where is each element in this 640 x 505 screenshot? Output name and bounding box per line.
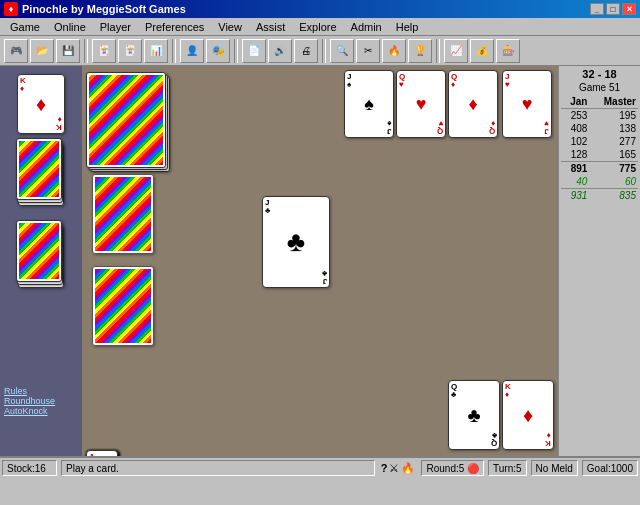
- app-icon: ♦: [4, 2, 18, 16]
- meld-display: No Meld: [531, 460, 578, 476]
- score-r3-v1: 102: [561, 135, 589, 148]
- toolbar-btn-1[interactable]: 🎮: [4, 39, 28, 63]
- opponent-card-4: J♥ ♥ J♥: [502, 70, 552, 138]
- rules-label[interactable]: Rules: [4, 386, 55, 396]
- main-area: K♦ ♦ K♦ Rules Roundhouse AutoKnock: [0, 66, 640, 456]
- toolbar-btn-9[interactable]: 📄: [242, 39, 266, 63]
- left-back-2: [92, 266, 154, 346]
- menu-preferences[interactable]: Preferences: [139, 20, 210, 34]
- menu-player[interactable]: Player: [94, 20, 137, 34]
- toolbar-sep-4: [322, 39, 326, 63]
- toolbar-btn-3[interactable]: 💾: [56, 39, 80, 63]
- sword-icon[interactable]: ⚔: [389, 462, 399, 475]
- meld-card-2: K♦ ♦ K♦: [502, 380, 554, 450]
- score-r4-v1: 128: [561, 148, 589, 162]
- toolbar-sep-3: [234, 39, 238, 63]
- score-r3-v2: 277: [589, 135, 638, 148]
- roundhouse-label[interactable]: Roundhouse: [4, 396, 55, 406]
- opponent-card-3: Q♦ ♦ Q♦: [448, 70, 498, 138]
- toolbar-btn-4[interactable]: 🃏: [92, 39, 116, 63]
- toolbar-sep-2: [172, 39, 176, 63]
- status-message: Play a card.: [66, 463, 119, 474]
- score-game2: 60: [589, 175, 638, 189]
- score-r1-v2: 195: [589, 109, 638, 123]
- toolbar-btn-13[interactable]: ✂: [356, 39, 380, 63]
- score-grand2: 835: [589, 189, 638, 203]
- turn-display: Turn:5: [488, 460, 527, 476]
- fire-icon[interactable]: 🔥: [401, 462, 415, 475]
- turn-text: Turn:5: [493, 463, 522, 474]
- score-r4-v2: 165: [589, 148, 638, 162]
- toolbar-btn-10[interactable]: 🔊: [268, 39, 292, 63]
- score-total1: 891: [561, 162, 589, 176]
- toolbar: 🎮 📂 💾 🃏 🃏 📊 👤 🎭 📄 🔊 🖨 🔍 ✂ 🔥 🏆 📈 💰 🎰: [0, 36, 640, 66]
- goal-text: Goal:1000: [587, 463, 633, 474]
- menu-assist[interactable]: Assist: [250, 20, 291, 34]
- score-r2-v1: 408: [561, 122, 589, 135]
- meld-text: No Meld: [536, 463, 573, 474]
- toolbar-btn-12[interactable]: 🔍: [330, 39, 354, 63]
- menu-online[interactable]: Online: [48, 20, 92, 34]
- minimize-button[interactable]: _: [590, 3, 604, 15]
- close-button[interactable]: ✕: [622, 3, 636, 15]
- score-panel: 32 - 18 Game 51 Jan Master 253 195 408 1…: [558, 66, 640, 456]
- round-display: Round:5 🔴: [421, 460, 484, 476]
- toolbar-btn-15[interactable]: 🏆: [408, 39, 432, 63]
- menu-help[interactable]: Help: [390, 20, 425, 34]
- meld-card-1: Q♣ ♣ Q♣: [448, 380, 500, 450]
- toolbar-btn-6[interactable]: 📊: [144, 39, 168, 63]
- menu-view[interactable]: View: [212, 20, 248, 34]
- message-display: Play a card.: [61, 460, 375, 476]
- toolbar-btn-18[interactable]: 🎰: [496, 39, 520, 63]
- score-header: 32 - 18: [561, 68, 638, 80]
- title-bar: ♦ Pinochle by MeggieSoft Games _ □ ✕: [0, 0, 640, 18]
- stock-display: Stock:16: [2, 460, 57, 476]
- card-back-6: [16, 220, 62, 282]
- left-panel: K♦ ♦ K♦ Rules Roundhouse AutoKnock: [0, 66, 82, 456]
- toolbar-sep-1: [84, 39, 88, 63]
- stock-text: Stock:16: [7, 463, 46, 474]
- round-text: Round:5 🔴: [426, 463, 479, 474]
- score-game1: 40: [561, 175, 589, 189]
- game-number: Game 51: [561, 82, 638, 93]
- window-controls[interactable]: _ □ ✕: [590, 3, 636, 15]
- help-icon[interactable]: ?: [381, 462, 388, 474]
- menu-explore[interactable]: Explore: [293, 20, 342, 34]
- toolbar-btn-11[interactable]: 🖨: [294, 39, 318, 63]
- goal-display: Goal:1000: [582, 460, 638, 476]
- score-total2: 775: [589, 162, 638, 176]
- toolbar-btn-7[interactable]: 👤: [180, 39, 204, 63]
- menu-admin[interactable]: Admin: [345, 20, 388, 34]
- center-card[interactable]: J♣ ♣ J♣: [262, 196, 330, 288]
- col2-header: Master: [589, 95, 638, 109]
- opponent-card-1: J♠ ♠ J♠: [344, 70, 394, 138]
- menu-game[interactable]: Game: [4, 20, 46, 34]
- score-r2-v2: 138: [589, 122, 638, 135]
- opp-back-3: [86, 72, 166, 168]
- center-card-symbol: ♣: [287, 226, 305, 258]
- col1-header: Jan: [561, 95, 589, 109]
- toolbar-btn-17[interactable]: 💰: [470, 39, 494, 63]
- toolbar-btn-14[interactable]: 🔥: [382, 39, 406, 63]
- card-back-3: [16, 138, 62, 200]
- hand-card-9[interactable]: A♥ ♥: [86, 450, 118, 456]
- opponent-card-2: Q♥ ♥ Q♥: [396, 70, 446, 138]
- maximize-button[interactable]: □: [606, 3, 620, 15]
- opponent-face-card: K♦ ♦ K♦: [17, 74, 65, 134]
- toolbar-btn-2[interactable]: 📂: [30, 39, 54, 63]
- autoknock-label[interactable]: AutoKnock: [4, 406, 55, 416]
- toolbar-btn-8[interactable]: 🎭: [206, 39, 230, 63]
- toolbar-sep-5: [436, 39, 440, 63]
- status-bar: Stock:16 Play a card. ? ⚔ 🔥 Round:5 🔴 Tu…: [0, 456, 640, 478]
- toolbar-btn-16[interactable]: 📈: [444, 39, 468, 63]
- meld-area: Q♣ ♣ Q♣ K♦ ♦ K♦: [448, 380, 554, 450]
- left-back-1: [92, 174, 154, 254]
- window-title: Pinochle by MeggieSoft Games: [22, 3, 590, 15]
- menu-bar: Game Online Player Preferences View Assi…: [0, 18, 640, 36]
- toolbar-btn-5[interactable]: 🃏: [118, 39, 142, 63]
- score-grand1: 931: [561, 189, 589, 203]
- score-r1-v1: 253: [561, 109, 589, 123]
- game-board[interactable]: J♠ ♠ J♠ Q♥ ♥ Q♥ Q♦ ♦ Q♦ J♥ ♥ J♥: [82, 66, 558, 456]
